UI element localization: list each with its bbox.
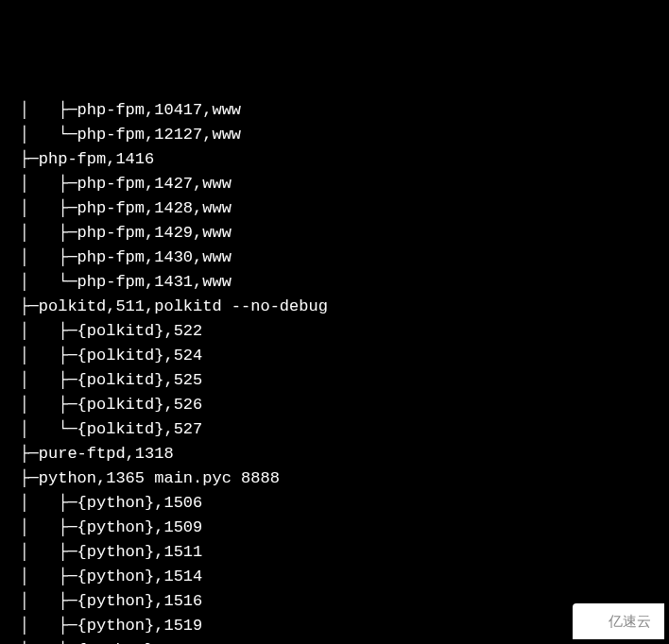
cloud-icon [586, 615, 605, 628]
terminal-line: ├─php-fpm,1416 [0, 147, 669, 172]
terminal-line: │ ├─{python},1509 [0, 516, 669, 540]
terminal-line: ├─python,1365 main.pyc 8888 [0, 466, 669, 491]
terminal-line: │ ├─{python},1506 [0, 491, 669, 516]
terminal-line: │ ├─{polkitd},522 [0, 319, 669, 344]
terminal-output: │ ├─php-fpm,10417,www │ └─php-fpm,12127,… [0, 98, 669, 644]
terminal-line: │ ├─php-fpm,1430,www [0, 246, 669, 270]
terminal-line: │ └─{polkitd},527 [0, 417, 669, 442]
watermark-text: 亿速云 [609, 609, 651, 634]
terminal-line: │ ├─php-fpm,1428,www [0, 196, 669, 221]
terminal-line: │ └─php-fpm,1431,www [0, 270, 669, 295]
watermark-badge: 亿速云 [573, 603, 664, 639]
terminal-line: │ └─php-fpm,12127,www [0, 123, 669, 147]
terminal-line: ├─pure-ftpd,1318 [0, 442, 669, 466]
terminal-line: │ ├─{python},1521 [0, 638, 669, 644]
terminal-line: │ ├─{polkitd},524 [0, 344, 669, 368]
terminal-line: │ ├─php-fpm,10417,www [0, 98, 669, 123]
terminal-line: │ ├─{python},1511 [0, 540, 669, 565]
terminal-line: │ ├─php-fpm,1427,www [0, 172, 669, 196]
terminal-line: │ ├─{polkitd},526 [0, 393, 669, 417]
terminal-line: │ ├─{python},1519 [0, 614, 669, 638]
terminal-line: │ ├─{polkitd},525 [0, 368, 669, 393]
terminal-line: ├─polkitd,511,polkitd --no-debug [0, 295, 669, 319]
terminal-line: │ ├─{python},1516 [0, 589, 669, 614]
terminal-line: │ ├─{python},1514 [0, 565, 669, 589]
terminal-line: │ ├─php-fpm,1429,www [0, 221, 669, 246]
